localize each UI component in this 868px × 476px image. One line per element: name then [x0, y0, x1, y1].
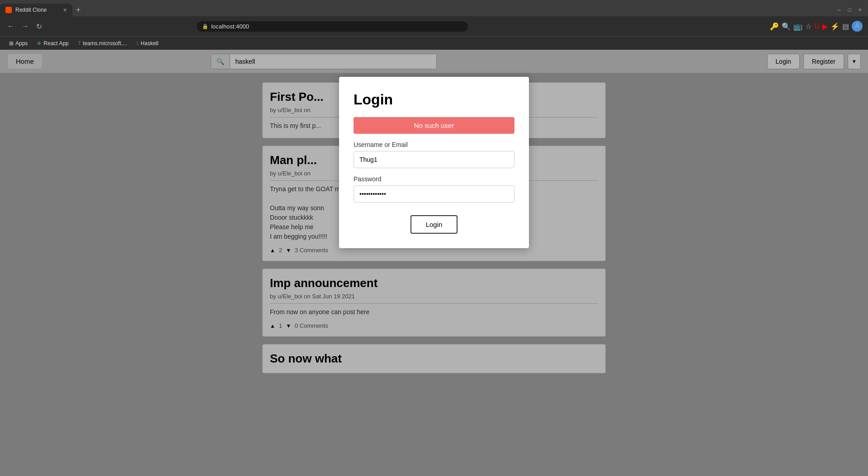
login-submit-button[interactable]: Login: [410, 215, 458, 234]
username-label: Username or Email: [354, 141, 514, 148]
tab-favicon: [5, 7, 12, 13]
haskell-icon: λ: [136, 40, 139, 47]
haskell-label: Haskell: [141, 40, 158, 47]
teams-icon: T: [78, 40, 81, 47]
bookmarks-bar: ⊞ Apps ⚛ React App T teams.microsoft....…: [0, 36, 868, 50]
address-text: localhost:4000: [211, 23, 249, 30]
error-banner: No such user: [354, 117, 514, 134]
search-icon[interactable]: 🔍: [782, 22, 791, 31]
profile-avatar[interactable]: A: [852, 21, 863, 32]
extension-icon-1[interactable]: 🔑: [770, 22, 779, 31]
apps-label: Apps: [15, 40, 28, 47]
address-bar: ← → ↻ 🔒 localhost:4000 🔑 🔍 📺 ☆ U ▶ ⚡ ▤ A: [0, 16, 868, 36]
password-input[interactable]: [354, 185, 514, 203]
bookmark-haskell[interactable]: λ Haskell: [132, 39, 162, 47]
bookmark-teams[interactable]: T teams.microsoft....: [74, 39, 131, 47]
bookmark-react-app[interactable]: ⚛ React App: [33, 39, 72, 47]
cast-icon[interactable]: 📺: [793, 22, 802, 31]
extension-icon-4[interactable]: ⚡: [830, 22, 840, 31]
maximize-icon[interactable]: □: [845, 6, 854, 14]
reload-button[interactable]: ↻: [34, 20, 44, 33]
address-input-wrap[interactable]: 🔒 localhost:4000: [197, 21, 468, 32]
app-content: Home 🔍 Login Register ▾ First Po... by u…: [0, 50, 868, 476]
tab-bar: Reddit Clone × + ─ □ ×: [0, 0, 868, 16]
bookmark-apps[interactable]: ⊞ Apps: [5, 39, 31, 47]
bookmark-icon[interactable]: ☆: [805, 22, 811, 31]
window-controls: ─ □ ×: [834, 6, 868, 14]
react-icon: ⚛: [37, 40, 42, 47]
toolbar-icons: 🔑 🔍 📺 ☆ U ▶ ⚡ ▤ A: [770, 21, 863, 32]
modal-title: Login: [354, 91, 514, 108]
browser-chrome: Reddit Clone × + ─ □ × ← → ↻ 🔒 localhost…: [0, 0, 868, 50]
username-input[interactable]: [354, 151, 514, 168]
apps-icon: ⊞: [9, 40, 14, 47]
back-button[interactable]: ←: [5, 20, 16, 32]
forward-button[interactable]: →: [20, 20, 31, 32]
teams-label: teams.microsoft....: [83, 40, 127, 47]
close-icon[interactable]: ×: [856, 6, 864, 14]
sidebar-icon[interactable]: ▤: [842, 22, 849, 31]
extension-icon-2[interactable]: U: [814, 22, 820, 30]
extension-icon-3[interactable]: ▶: [822, 22, 828, 31]
active-tab[interactable]: Reddit Clone ×: [0, 4, 72, 16]
password-label: Password: [354, 175, 514, 183]
react-app-label: React App: [43, 40, 68, 47]
tab-close-button[interactable]: ×: [63, 6, 67, 14]
minimize-icon[interactable]: ─: [834, 6, 844, 14]
lock-icon: 🔒: [202, 24, 208, 29]
reddit-logo-icon: [6, 8, 11, 12]
svg-point-0: [6, 8, 11, 12]
new-tab-button[interactable]: +: [72, 5, 85, 15]
login-modal: Login No such user Username or Email Pas…: [339, 77, 529, 248]
modal-overlay: Login No such user Username or Email Pas…: [0, 50, 868, 476]
tab-title: Reddit Clone: [15, 7, 60, 13]
